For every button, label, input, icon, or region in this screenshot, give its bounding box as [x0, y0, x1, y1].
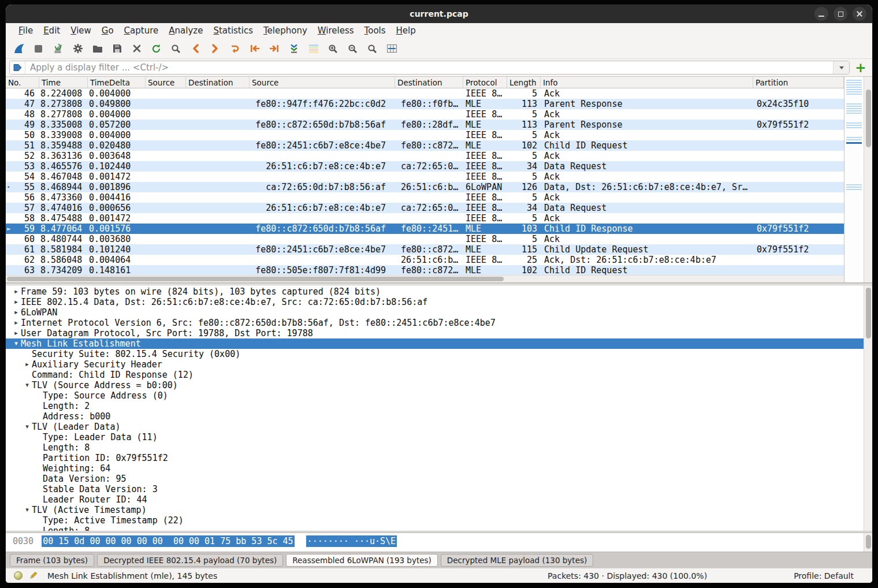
column-header-destination[interactable]: Destination [186, 77, 250, 88]
detail-line[interactable]: ▾TLV (Active Timestamp) [6, 505, 864, 515]
add-filter-button[interactable]: + [854, 61, 868, 75]
hex-row[interactable]: 003000 15 0d 00 00 00 00 00 00 00 01 75 … [6, 533, 864, 552]
menu-view[interactable]: View [65, 23, 96, 39]
minimize-button[interactable] [814, 7, 828, 21]
packet-row[interactable]: 498.3350080.057200fe80::c872:650d:b7b8:5… [6, 120, 844, 130]
close-file-button[interactable] [128, 41, 145, 57]
detail-line[interactable]: Partition ID: 0x79f551f2 [6, 453, 864, 463]
stop-capture-button[interactable] [30, 41, 47, 57]
collapse-arrow-icon[interactable]: ▾ [23, 380, 32, 390]
detail-line[interactable]: ▾TLV (Source Address = b0:00) [6, 380, 864, 390]
column-header-length[interactable]: Length [507, 77, 541, 88]
column-header-protocol[interactable]: Protocol [463, 77, 507, 88]
detail-line[interactable]: Leader Router ID: 44 [6, 494, 864, 505]
menu-telephony[interactable]: Telephony [258, 23, 312, 39]
profile-selector[interactable]: Profile: Default [794, 571, 854, 580]
column-header-source[interactable]: Source [146, 77, 186, 88]
maximize-button[interactable] [834, 7, 847, 21]
detail-line[interactable]: ▸Frame 59: 103 bytes on wire (824 bits),… [6, 286, 864, 297]
packet-row[interactable]: 578.4740160.00065626:51:c6:b7:e8:ce:4b:e… [6, 203, 844, 213]
detail-line[interactable]: Security Suite: 802.15.4 Security (0x00) [6, 349, 864, 359]
detail-line[interactable]: Type: Active Timestamp (22) [6, 515, 864, 526]
collapse-arrow-icon[interactable]: ▾ [12, 338, 21, 349]
expand-arrow-icon[interactable]: ▸ [12, 307, 21, 318]
detail-line[interactable]: ▸Auxiliary Security Header [6, 359, 864, 370]
detail-line[interactable]: Command: Child ID Response (12) [6, 370, 864, 380]
packet-row[interactable]: •558.4689440.001896ca:72:65:0d:b7:b8:56:… [6, 182, 844, 192]
packet-row[interactable]: 608.4807440.003680IEEE 8…5Ack [6, 234, 844, 244]
menu-capture[interactable]: Capture [119, 23, 164, 39]
column-header-info[interactable]: Info [541, 77, 753, 88]
detail-line[interactable]: Data Version: 95 [6, 474, 864, 484]
byte-tab-1[interactable]: Decrypted IEEE 802.15.4 payload (70 byte… [97, 554, 283, 567]
last-packet-button[interactable] [266, 41, 282, 57]
menu-go[interactable]: Go [96, 23, 119, 39]
byte-tab-3[interactable]: Decrypted MLE payload (130 bytes) [441, 554, 593, 567]
menu-analyze[interactable]: Analyze [163, 23, 208, 39]
collapse-arrow-icon[interactable]: ▾ [23, 422, 32, 432]
packet-row[interactable]: 468.2240080.004000IEEE 8…5Ack [6, 88, 844, 99]
column-header-destination[interactable]: Destination [395, 77, 463, 88]
capture-comment-button[interactable] [27, 570, 39, 582]
column-header-source[interactable]: Source [250, 77, 395, 88]
packet-row[interactable]: 508.3390080.004000IEEE 8…5Ack [6, 130, 844, 140]
menu-help[interactable]: Help [391, 23, 421, 39]
reload-button[interactable] [148, 41, 165, 57]
detail-line[interactable]: Type: Source Address (0) [6, 390, 864, 401]
detail-line[interactable]: ▸6LoWPAN [6, 307, 864, 318]
packet-list-horizontal-scrollbar[interactable] [6, 275, 844, 282]
expand-arrow-icon[interactable]: ▸ [12, 328, 21, 338]
save-file-button[interactable] [109, 41, 125, 57]
column-header-timedelta[interactable]: TimeDelta [88, 77, 146, 88]
hex-bytes-selected[interactable]: 00 15 0d 00 00 00 00 00 00 00 01 75 bb 5… [42, 535, 294, 547]
auto-scroll-button[interactable] [285, 41, 302, 57]
title-bar[interactable]: current.pcap [6, 5, 872, 23]
filter-bookmark-button[interactable] [10, 61, 25, 74]
column-header-no[interactable]: No. [6, 77, 39, 88]
detail-line[interactable]: Length: 2 [6, 401, 864, 411]
column-header-time[interactable]: Time [39, 77, 88, 88]
detail-line[interactable]: ▸IEEE 802.15.4 Data, Dst: 26:51:c6:b7:e8… [6, 297, 864, 307]
zoom-in-button[interactable] [325, 41, 341, 57]
capture-options-button[interactable] [69, 41, 86, 57]
expand-arrow-icon[interactable]: ▸ [12, 286, 21, 297]
scrollbar-thumb[interactable] [866, 288, 871, 338]
detail-line[interactable]: Weighting: 64 [6, 463, 864, 474]
menu-tools[interactable]: Tools [359, 23, 391, 39]
zoom-reset-button[interactable] [364, 41, 381, 57]
menu-edit[interactable]: Edit [38, 23, 65, 39]
packet-row[interactable]: ►598.4770640.001576fe80::c872:650d:b7b8:… [6, 224, 844, 234]
expert-info-button[interactable] [12, 570, 24, 582]
packet-row[interactable]: 478.2738080.049800fe80::947f:f476:22bc:c… [6, 99, 844, 109]
first-packet-button[interactable] [246, 41, 263, 57]
expand-arrow-icon[interactable]: ▸ [23, 359, 32, 370]
detail-line[interactable]: ▸User Datagram Protocol, Src Port: 19788… [6, 328, 864, 338]
intelligent-scrollbar-minimap[interactable] [844, 77, 864, 282]
packet-row[interactable]: 638.7342090.148161fe80::505e:f807:7f81:4… [6, 265, 844, 275]
filter-history-dropdown[interactable] [833, 61, 849, 74]
detail-line[interactable]: ▾Mesh Link Establishment [6, 338, 864, 349]
start-capture-button[interactable] [10, 41, 27, 57]
go-to-packet-button[interactable] [226, 41, 243, 57]
expand-arrow-icon[interactable]: ▸ [12, 318, 21, 328]
detail-line[interactable]: Stable Data Version: 3 [6, 484, 864, 494]
scrollbar-thumb[interactable] [866, 90, 871, 147]
byte-tab-2[interactable]: Reassembled 6LoWPAN (193 bytes) [286, 554, 438, 567]
packet-row[interactable]: 628.5860480.00406426:51:c6:b…IEEE 8…25Ac… [6, 255, 844, 265]
detail-line[interactable]: Address: b000 [6, 411, 864, 422]
column-header-partition[interactable]: Partition [753, 77, 844, 88]
packet-list-scrollbar[interactable] [864, 77, 872, 282]
colorize-packets-button[interactable] [305, 41, 322, 57]
zoom-out-button[interactable] [344, 41, 361, 57]
go-forward-button[interactable] [207, 41, 224, 57]
packet-row[interactable]: 538.4655760.10244026:51:c6:b7:e8:ce:4b:e… [6, 161, 844, 172]
packet-row[interactable]: 568.4733600.004416IEEE 8…5Ack [6, 192, 844, 203]
find-packet-button[interactable] [168, 41, 184, 57]
hex-ascii-selected[interactable]: ········ ···u·S\E [306, 535, 397, 547]
resize-columns-button[interactable] [384, 41, 400, 57]
detail-line[interactable]: ▾TLV (Leader Data) [6, 422, 864, 432]
packet-row[interactable]: 518.3594880.020480fe80::2451:c6b7:e8ce:4… [6, 140, 844, 151]
packet-row[interactable]: 588.4754880.001472IEEE 8…5Ack [6, 213, 844, 224]
open-file-button[interactable] [89, 41, 106, 57]
packet-row[interactable]: 528.3631360.003648IEEE 8…5Ack [6, 151, 844, 161]
